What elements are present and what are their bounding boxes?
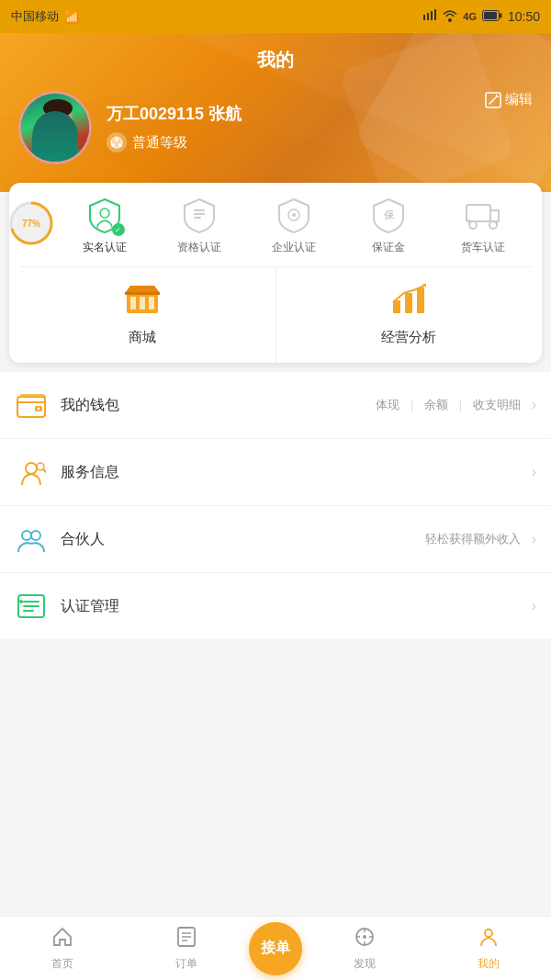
nav-mine[interactable]: 我的 [427,926,552,972]
cert-realname-icon: ✓ [86,197,123,234]
cert-qualification-label: 资格认证 [177,240,221,255]
analytics-icon [391,284,426,321]
nav-home[interactable]: 首页 [0,926,125,972]
svg-rect-2 [431,11,433,20]
cert-truck-icon [465,197,501,234]
status-icons: 📶 [64,10,79,24]
svg-rect-44 [417,287,424,313]
battery-icon [482,9,502,24]
menu-list: 我的钱包 体现 | 余额 | 收支明细 › 服务信息 › [0,372,551,639]
svg-point-13 [43,99,73,118]
profile-name-label: 万工0029115 张航 [107,103,533,125]
nav-mine-label: 我的 [478,956,500,972]
shop-action[interactable]: 商城 [9,267,276,363]
profile-level: 普通等级 [107,132,533,152]
cert-deposit-icon: 保 [370,197,407,234]
shop-label: 商城 [129,329,156,346]
svg-point-25 [100,208,109,218]
svg-rect-32 [467,205,490,221]
svg-rect-41 [125,292,160,295]
wallet-chevron: › [532,397,536,413]
home-icon [51,926,73,953]
edit-button[interactable]: 编辑 [485,91,533,108]
cert-truck-label: 货车认证 [461,240,505,255]
nav-discover[interactable]: 发现 [302,926,427,972]
svg-point-58 [19,600,23,603]
svg-rect-1 [427,13,429,20]
svg-point-30 [292,213,296,217]
verified-badge: ✓ [112,223,125,236]
svg-text:保: 保 [383,209,395,220]
svg-rect-38 [130,297,136,310]
page-spacer [0,647,551,775]
menu-service[interactable]: 服务信息 › [0,439,551,506]
partner-icon [15,523,48,556]
cert-mgmt-chevron: › [532,598,536,614]
partner-chevron: › [532,531,536,547]
svg-rect-26 [194,209,205,211]
status-signal-icons [422,8,437,26]
menu-cert-mgmt[interactable]: 认证管理 › [0,573,551,639]
cert-qualification[interactable]: 资格认证 [152,197,246,255]
svg-rect-3 [434,9,436,20]
cert-enterprise-icon [276,197,312,234]
signal-4g: 4G [463,11,477,22]
cert-enterprise[interactable]: 企业认证 [246,197,341,255]
cert-realname-label: 实名认证 [83,240,127,255]
svg-text:77%: 77% [22,219,40,229]
svg-point-69 [485,929,492,937]
nav-orders-label: 订单 [175,956,197,972]
svg-line-51 [43,469,46,472]
svg-rect-40 [149,297,154,310]
discover-icon [354,926,376,953]
cert-realname[interactable]: ✓ 实名认证 [57,197,152,255]
cert-mgmt-icon [15,590,48,623]
svg-point-18 [111,143,115,147]
service-icon [15,456,48,489]
wallet-label: 我的钱包 [61,396,372,415]
wallet-icon [15,389,48,422]
time-label: 10:50 [508,9,540,24]
carrier-label: 中国移动 [11,8,59,25]
nav-orders[interactable]: 订单 [125,926,250,972]
level-icon [107,132,127,152]
svg-rect-0 [423,15,425,20]
analytics-label: 经营分析 [381,329,436,346]
bottom-nav: 首页 订单 接单 发现 [0,916,551,980]
cert-truck[interactable]: 货车认证 [436,197,531,255]
orders-icon [175,926,197,953]
svg-point-52 [22,531,31,540]
menu-wallet[interactable]: 我的钱包 体现 | 余额 | 收支明细 › [0,372,551,439]
svg-point-14 [51,118,55,121]
profile-row: 万工0029115 张航 普通等级 编辑 [18,91,533,164]
svg-rect-5 [484,12,497,19]
nav-accept-label: 接单 [261,939,290,958]
svg-point-33 [469,221,477,229]
analytics-action[interactable]: 经营分析 [276,267,543,363]
svg-point-53 [31,531,40,540]
nav-discover-label: 发现 [354,956,376,972]
svg-rect-27 [194,213,205,215]
svg-point-17 [115,138,118,141]
header-area: 我的 万工0029115 张航 [0,33,551,192]
avatar[interactable] [18,91,92,164]
content-card: 77% ✓ 实名认证 [9,183,542,363]
nav-accept-button[interactable]: 接单 [249,922,302,975]
cert-deposit[interactable]: 保 保证金 [342,197,436,255]
partner-sub: 轻松获得额外收入 [422,531,524,547]
svg-point-15 [61,118,64,121]
wallet-sub: 体现 | 余额 | 收支明细 [372,397,523,413]
svg-rect-39 [140,297,145,310]
nav-home-label: 首页 [51,956,73,972]
menu-partner[interactable]: 合伙人 轻松获得额外收入 › [0,506,551,573]
service-label: 服务信息 [61,463,532,482]
status-bar: 中国移动 📶 4G 10:50 [0,0,551,33]
progress-circle: 77% [7,199,55,247]
cert-mgmt-label: 认证管理 [61,597,532,616]
mine-icon [478,926,500,953]
svg-rect-28 [194,217,201,219]
cert-enterprise-label: 企业认证 [272,240,316,255]
cert-deposit-label: 保证金 [372,240,405,255]
shop-icon [125,284,160,321]
profile-info: 万工0029115 张航 普通等级 [107,103,533,152]
